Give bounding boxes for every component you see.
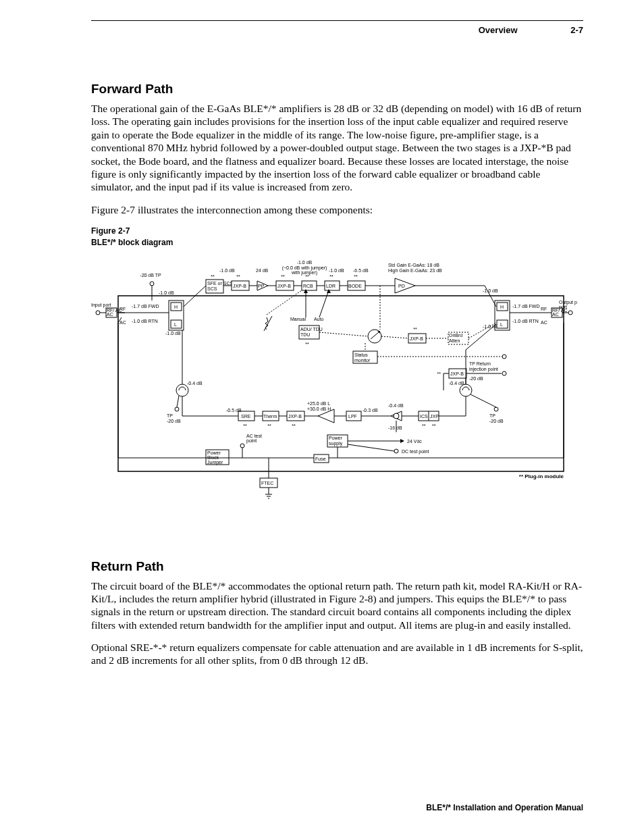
- svg-text:**: **: [243, 423, 247, 428]
- svg-text:supply: supply: [329, 441, 343, 446]
- gain-sre: +25.0 dB L: [307, 401, 330, 406]
- svg-text:port: port: [559, 305, 567, 310]
- svg-marker-103: [318, 409, 334, 423]
- power-block-jumper: Power: [207, 450, 221, 455]
- header-page: 2-7: [570, 25, 583, 35]
- jxp-b-rinj: JXP-B: [450, 371, 464, 376]
- forward-path-heading: Forward Path: [91, 82, 583, 97]
- svg-text:**: **: [432, 423, 436, 428]
- svg-text:injection point: injection point: [469, 367, 498, 372]
- bode: BODE: [348, 284, 362, 288]
- svg-text:AC: AC: [541, 320, 547, 325]
- figure-caption-line-1: Figure 2-7: [91, 226, 130, 236]
- svg-text:-1.0 dB: -1.0 dB: [165, 331, 181, 336]
- therm: Therm: [263, 414, 277, 419]
- auto-label: Auto: [314, 317, 324, 321]
- svg-text:Atten: Atten: [449, 338, 460, 343]
- svg-line-122: [466, 324, 496, 350]
- neg0-4-right: -0.4 dB: [449, 381, 464, 386]
- svg-text:-20 dB: -20 dB: [167, 419, 181, 423]
- svg-text:**: **: [281, 274, 285, 279]
- neg1-7-fwd-left: -1.7 dB FWD: [132, 304, 159, 309]
- svg-text:RF: RF: [541, 307, 547, 311]
- neg1-0-rtn-right: -1.0 dB RTN: [512, 319, 539, 323]
- svg-text:**: **: [413, 327, 417, 332]
- svg-point-70: [502, 355, 506, 359]
- diplex-l-right: L: [500, 322, 503, 327]
- status-monitor: Status: [354, 353, 368, 357]
- figure-caption-line-2: BLE*/* block diagram: [91, 238, 173, 247]
- svg-text:-20 dB: -20 dB: [489, 419, 504, 423]
- svg-text:Jumper: Jumper: [207, 460, 223, 465]
- gain-24: 24 dB: [256, 268, 269, 273]
- vdc24: 24 Vdc: [407, 439, 422, 444]
- ics: ICS: [420, 414, 428, 419]
- svg-point-144: [394, 449, 398, 453]
- block-diagram: Input port RF/ AC AC H L RF AC -1.7 dB F…: [91, 255, 577, 525]
- svg-line-145: [348, 444, 394, 451]
- neg0-3: -0.3 dB: [363, 408, 378, 413]
- neg16: -16 dB: [388, 425, 402, 430]
- svg-text:AC: AC: [119, 320, 126, 325]
- return-path-para-2: Optional SRE-*-* return equalizers compe…: [91, 641, 583, 667]
- neg6-5: -6.5 dB: [353, 268, 369, 273]
- svg-text:-1.0 dB: -1.0 dB: [329, 268, 344, 273]
- high-gain: High Gain E-GaAs: 23 dB: [388, 268, 442, 273]
- svg-text:**: **: [305, 274, 309, 279]
- power-supply: Power: [329, 436, 343, 440]
- svg-text:monitor: monitor: [354, 358, 371, 363]
- svg-point-126: [568, 311, 572, 315]
- svg-text:**: **: [329, 274, 333, 279]
- header-rule: Overview 2-7: [91, 20, 583, 21]
- adu-tdu: ADU/ TDU: [300, 327, 323, 332]
- diplex-h-left: H: [174, 305, 178, 309]
- svg-marker-143: [400, 439, 404, 443]
- rcb: RCB: [303, 284, 313, 288]
- dc-test-point: DC test point: [402, 449, 429, 454]
- svg-text:RF: RF: [119, 307, 126, 311]
- fuse: Fuse: [315, 457, 326, 461]
- svg-text:AC: AC: [552, 312, 559, 317]
- ac-test-point: AC test: [246, 434, 262, 438]
- svg-text:point: point: [246, 438, 257, 444]
- sre: SRE: [241, 414, 251, 419]
- input-port-label: Input port: [91, 303, 111, 308]
- tp-20-return-left: TP: [167, 413, 173, 418]
- neg1-0-left: -1.0 dB: [159, 290, 174, 295]
- jxp-b-return: JXP-B: [288, 414, 302, 419]
- diplex-l-left: L: [174, 322, 177, 327]
- svg-line-87: [471, 394, 496, 407]
- plugin-legend: ** Plug-in module: [519, 473, 564, 479]
- svg-text:**: **: [422, 423, 426, 428]
- svg-point-12: [150, 282, 154, 286]
- neg1-0-right: -1.0 dB: [483, 288, 498, 293]
- ftec: FTEC: [261, 481, 273, 486]
- diplex-h-right: H: [500, 305, 504, 309]
- svg-point-1: [96, 311, 100, 315]
- svg-line-50: [267, 290, 302, 315]
- svg-point-86: [494, 407, 498, 411]
- svg-point-74: [502, 371, 506, 375]
- svg-text:**: **: [267, 423, 271, 428]
- svg-point-79: [460, 384, 472, 396]
- return-inj-label: TP Return: [469, 361, 491, 366]
- jxp-b-mid: JXP-B: [410, 336, 423, 341]
- svg-line-61: [381, 336, 408, 338]
- svg-line-57: [319, 332, 368, 336]
- svg-point-98: [394, 413, 399, 419]
- onbrd-atten: OnBrd: [449, 333, 462, 338]
- jxp-b-2: JXP-B: [277, 284, 291, 288]
- return-path-heading: Return Path: [91, 559, 583, 574]
- svg-text:SCS: SCS: [207, 286, 217, 291]
- forward-path-para-1: The operational gain of the E-GaAs BLE*/…: [91, 102, 583, 194]
- tp-20-return-right: TP: [489, 413, 495, 418]
- pd: PD: [398, 284, 405, 288]
- tp-20-left: -20 dB TP: [140, 273, 161, 278]
- neg0-4-left: -0.4 dB: [187, 381, 203, 386]
- svg-line-84: [177, 396, 179, 407]
- svg-text:**: **: [292, 423, 296, 428]
- svg-text:**: **: [305, 342, 309, 346]
- return-path-para-1: The circuit board of the BLE*/* accommod…: [91, 579, 583, 632]
- neg1-7-fwd-right: -1.7 dB FWD: [512, 304, 539, 309]
- jxp-b-1: JXP-B: [233, 284, 246, 288]
